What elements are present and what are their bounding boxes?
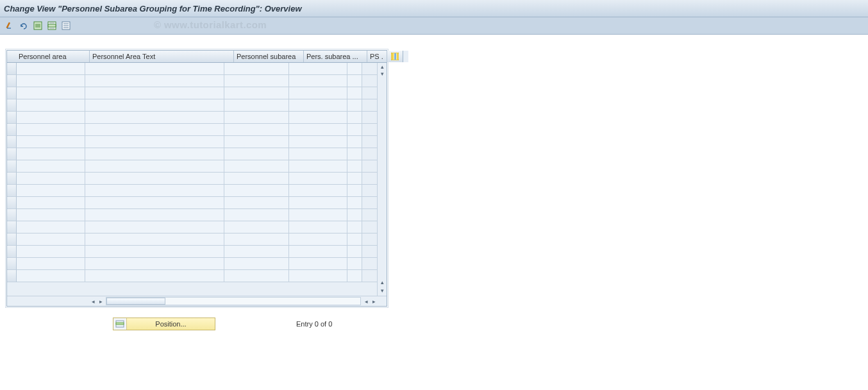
cell-pers-subarea-text[interactable] <box>289 209 347 221</box>
cell-personnel-subarea[interactable] <box>224 258 289 270</box>
cell-ps-grouping[interactable] <box>347 197 362 209</box>
row-selector[interactable] <box>7 124 17 136</box>
cell-personnel-area-text[interactable] <box>85 185 224 197</box>
row-selector[interactable] <box>7 270 17 282</box>
cell-personnel-area[interactable] <box>17 160 85 173</box>
cell-pers-subarea-text[interactable] <box>289 124 347 136</box>
table-row[interactable] <box>7 136 387 148</box>
cell-personnel-subarea[interactable] <box>224 112 289 124</box>
cell-personnel-area[interactable] <box>17 185 85 197</box>
row-selector[interactable] <box>7 87 17 99</box>
cell-pers-subarea-text[interactable] <box>289 148 347 160</box>
row-selector[interactable] <box>7 173 17 185</box>
cell-personnel-area[interactable] <box>17 233 85 246</box>
cell-personnel-area-text[interactable] <box>85 87 224 99</box>
deselect-all-button[interactable] <box>60 20 72 31</box>
cell-personnel-subarea[interactable] <box>224 173 289 185</box>
table-row[interactable] <box>7 75 387 87</box>
table-row[interactable] <box>7 233 387 246</box>
row-selector[interactable] <box>7 197 17 209</box>
cell-personnel-subarea[interactable] <box>224 124 289 136</box>
cell-pers-subarea-text[interactable] <box>289 136 347 148</box>
cell-personnel-area-text[interactable] <box>85 258 224 270</box>
table-row[interactable] <box>7 270 387 282</box>
row-selector[interactable] <box>7 99 17 112</box>
row-selector[interactable] <box>7 233 17 246</box>
cell-pers-subarea-text[interactable] <box>289 160 347 173</box>
cell-personnel-area-text[interactable] <box>85 246 224 258</box>
cell-pers-subarea-text[interactable] <box>289 75 347 87</box>
table-row[interactable] <box>7 124 387 136</box>
cell-personnel-subarea[interactable] <box>224 87 289 99</box>
cell-pers-subarea-text[interactable] <box>289 99 347 112</box>
cell-ps-grouping[interactable] <box>347 99 362 112</box>
cell-pers-subarea-text[interactable] <box>289 258 347 270</box>
cell-ps-grouping[interactable] <box>347 112 362 124</box>
cell-personnel-area-text[interactable] <box>85 99 224 112</box>
cell-personnel-area[interactable] <box>17 209 85 221</box>
scroll-left-end-icon[interactable]: ◂ <box>89 298 97 305</box>
row-selector[interactable] <box>7 148 17 160</box>
scroll-up-icon[interactable]: ▾ <box>379 71 385 78</box>
cell-personnel-area[interactable] <box>17 197 85 209</box>
table-row[interactable] <box>7 209 387 221</box>
table-row[interactable] <box>7 99 387 112</box>
configure-columns-button[interactable] <box>387 51 403 62</box>
cell-personnel-subarea[interactable] <box>224 221 289 233</box>
col-header-ps-grouping[interactable]: PS . <box>367 51 387 62</box>
row-selector[interactable] <box>7 112 17 124</box>
cell-personnel-area[interactable] <box>17 99 85 112</box>
cell-personnel-area-text[interactable] <box>85 75 224 87</box>
undo-button[interactable] <box>18 20 29 31</box>
row-selector[interactable] <box>7 160 17 173</box>
cell-ps-grouping[interactable] <box>347 221 362 233</box>
cell-personnel-subarea[interactable] <box>224 233 289 246</box>
cell-pers-subarea-text[interactable] <box>289 221 347 233</box>
cell-personnel-area[interactable] <box>17 270 85 282</box>
cell-personnel-area[interactable] <box>17 221 85 233</box>
cell-personnel-area-text[interactable] <box>85 173 224 185</box>
cell-personnel-subarea[interactable] <box>224 185 289 197</box>
cell-personnel-subarea[interactable] <box>224 148 289 160</box>
cell-personnel-area-text[interactable] <box>85 197 224 209</box>
cell-personnel-area-text[interactable] <box>85 63 224 75</box>
cell-ps-grouping[interactable] <box>347 246 362 258</box>
cell-ps-grouping[interactable] <box>347 148 362 160</box>
cell-personnel-area[interactable] <box>17 246 85 258</box>
position-button[interactable]: Position... <box>113 318 215 330</box>
cell-personnel-subarea[interactable] <box>224 99 289 112</box>
table-row[interactable] <box>7 63 387 75</box>
cell-personnel-area[interactable] <box>17 136 85 148</box>
select-block-button[interactable] <box>46 20 58 31</box>
scroll-down-bottom-icon[interactable]: ▾ <box>379 288 385 294</box>
cell-pers-subarea-text[interactable] <box>289 233 347 246</box>
table-row[interactable] <box>7 173 387 185</box>
cell-personnel-subarea[interactable] <box>224 209 289 221</box>
scroll-right-icon[interactable]: ◂ <box>362 298 370 305</box>
cell-personnel-subarea[interactable] <box>224 160 289 173</box>
hscroll-thumb[interactable] <box>106 298 165 305</box>
cell-ps-grouping[interactable] <box>347 270 362 282</box>
col-header-personnel-area[interactable]: Personnel area <box>16 51 90 62</box>
row-selector[interactable] <box>7 63 17 75</box>
row-selector[interactable] <box>7 185 17 197</box>
cell-personnel-area[interactable] <box>17 63 85 75</box>
cell-ps-grouping[interactable] <box>347 185 362 197</box>
cell-pers-subarea-text[interactable] <box>289 63 347 75</box>
table-row[interactable] <box>7 87 387 99</box>
scroll-left-icon[interactable]: ▸ <box>97 298 104 305</box>
row-selector[interactable] <box>7 258 17 270</box>
row-selector[interactable] <box>7 221 17 233</box>
table-row[interactable] <box>7 246 387 258</box>
scroll-down-icon[interactable]: ▴ <box>379 280 385 286</box>
cell-personnel-area[interactable] <box>17 112 85 124</box>
cell-personnel-subarea[interactable] <box>224 136 289 148</box>
horizontal-scrollbar[interactable]: ◂ ▸ ◂ ▸ <box>7 296 387 306</box>
cell-ps-grouping[interactable] <box>347 209 362 221</box>
cell-personnel-subarea[interactable] <box>224 75 289 87</box>
row-selector[interactable] <box>7 75 17 87</box>
row-selector[interactable] <box>7 136 17 148</box>
table-row[interactable] <box>7 221 387 233</box>
table-row[interactable] <box>7 112 387 124</box>
table-row[interactable] <box>7 258 387 270</box>
